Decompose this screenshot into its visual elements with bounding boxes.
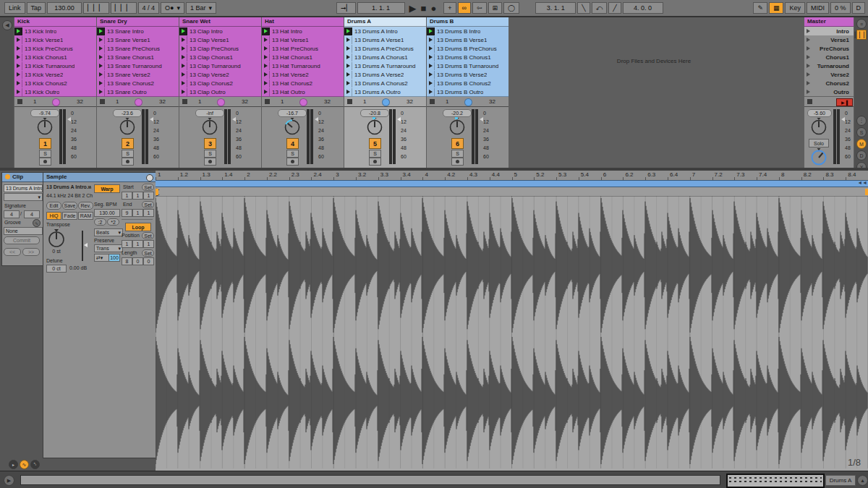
track-volume-value[interactable]: -inf: [195, 109, 224, 117]
clip-view-toggle-icon[interactable]: ▲: [857, 475, 868, 486]
clip-launch-button[interactable]: [427, 53, 435, 61]
clip-launch-button[interactable]: [344, 45, 352, 53]
hiq-toggle[interactable]: HiQ: [46, 212, 61, 220]
key-map-button[interactable]: Key: [785, 2, 805, 14]
preserve-menu[interactable]: Trans▾: [94, 244, 123, 252]
gain-slider-handle-icon[interactable]: [84, 243, 88, 247]
loop-toggle-sample[interactable]: Loop: [125, 223, 151, 231]
clip-launch-button[interactable]: [14, 27, 22, 35]
track-header[interactable]: Snare Dry: [97, 17, 179, 27]
punch-in-icon[interactable]: ╲: [577, 2, 590, 14]
arm-button[interactable]: [204, 158, 216, 166]
automation-arm-button[interactable]: ∞: [458, 2, 471, 14]
clip-slot[interactable]: 13 Hat Outro: [262, 87, 344, 97]
loop-toggle[interactable]: ⤺: [592, 2, 608, 14]
current-track-button[interactable]: Drums A: [825, 475, 856, 486]
pan-knob[interactable]: [200, 117, 219, 137]
clip-overview[interactable]: [726, 474, 825, 488]
new-button[interactable]: +: [443, 2, 456, 14]
solo-button[interactable]: S: [39, 150, 51, 158]
clip-launch-button[interactable]: [427, 71, 435, 79]
clip-launch-button[interactable]: [262, 45, 270, 53]
pan-knob[interactable]: [35, 117, 54, 137]
arm-button[interactable]: [451, 158, 464, 166]
signature-numerator-field[interactable]: 4: [4, 210, 20, 218]
length-bar-field[interactable]: 8: [122, 257, 132, 265]
fade-toggle[interactable]: Fade: [62, 212, 77, 220]
clip-stop-button[interactable]: [100, 99, 105, 104]
pan-knob[interactable]: [365, 117, 384, 137]
hot-swap-groove-icon[interactable]: ∿: [33, 219, 41, 227]
clip-color-menu[interactable]: ▾: [4, 193, 43, 201]
track-volume-value[interactable]: -20.8: [360, 109, 389, 117]
clip-launch-button[interactable]: [97, 36, 105, 44]
clip-launch-button[interactable]: [97, 27, 105, 35]
clip-launch-button[interactable]: [14, 53, 22, 61]
clip-launch-button[interactable]: [262, 36, 270, 44]
record-button[interactable]: ●: [430, 3, 436, 14]
re-enable-automation-button[interactable]: ⊞: [488, 2, 503, 14]
detune-field[interactable]: 0 ct: [46, 265, 67, 273]
track-header[interactable]: Hat: [262, 17, 344, 27]
end-bar-field[interactable]: 9: [122, 209, 132, 217]
scene-launch-button[interactable]: [804, 45, 812, 53]
clip-launch-button[interactable]: [427, 36, 435, 44]
scene-launch-button[interactable]: [804, 53, 812, 61]
start-bar-field[interactable]: 1: [122, 192, 132, 200]
envelopes-box-toggle-icon[interactable]: ⤣: [30, 460, 40, 469]
save-sample-button[interactable]: Save: [62, 202, 77, 210]
master-pan-knob[interactable]: [809, 117, 828, 137]
clip-launch-button[interactable]: [14, 36, 22, 44]
signature-denominator-field[interactable]: 4: [24, 210, 40, 218]
track-activator-button[interactable]: 5: [369, 138, 381, 149]
clip-stop-button[interactable]: [265, 99, 270, 104]
clip-stop-button[interactable]: [347, 99, 352, 104]
arm-button[interactable]: [286, 158, 299, 166]
loop-length-field[interactable]: 4. 0. 0: [623, 2, 663, 14]
arm-button[interactable]: [39, 158, 51, 166]
track-header[interactable]: Kick: [14, 17, 96, 27]
clip-launch-button[interactable]: [179, 27, 187, 35]
scene-launch-button[interactable]: [804, 71, 812, 79]
clip-launch-button[interactable]: [344, 88, 352, 96]
stop-button[interactable]: ■: [421, 3, 427, 14]
warp-mode-menu[interactable]: Beats▾: [94, 228, 123, 236]
arm-button[interactable]: [369, 158, 381, 166]
start-beat-field[interactable]: 1: [132, 192, 143, 200]
end-set-button[interactable]: Set: [142, 201, 154, 208]
play-button[interactable]: ▶: [409, 3, 417, 14]
time-signature-field[interactable]: 4 / 4: [138, 2, 160, 14]
double-tempo-button[interactable]: *2: [107, 218, 119, 226]
loop-start-field[interactable]: 3. 1. 1: [535, 2, 576, 14]
clip-launch-button[interactable]: [427, 45, 435, 53]
link-button[interactable]: Link: [4, 2, 25, 14]
track-header[interactable]: Drums A: [344, 17, 426, 27]
stop-all-clips-button[interactable]: [807, 99, 812, 104]
clip-launch-button[interactable]: [344, 36, 352, 44]
half-tempo-button[interactable]: :2: [94, 218, 106, 226]
status-message-field[interactable]: [20, 475, 720, 485]
clip-launch-button[interactable]: [97, 45, 105, 53]
clip-slot[interactable]: 13 Kick Outro: [14, 87, 96, 97]
clip-launch-button[interactable]: [179, 36, 187, 44]
clip-slot[interactable]: 13 Drums A Outro: [344, 87, 426, 97]
volume-slider-handle-icon[interactable]: [397, 117, 401, 121]
transpose-knob[interactable]: [47, 229, 66, 248]
clip-launch-button[interactable]: [262, 71, 270, 79]
clip-stop-button[interactable]: [17, 99, 22, 104]
beat-time-ruler[interactable]: 11.21.31.422.22.32.433.23.33.444.24.34.4…: [156, 171, 868, 181]
tap-tempo-button[interactable]: Tap: [27, 2, 46, 14]
back-to-arrangement-indicator[interactable]: ▶▐: [836, 98, 853, 106]
master-volume-value[interactable]: -5.60: [807, 109, 832, 117]
clip-launch-button[interactable]: [344, 71, 352, 79]
quantization-menu[interactable]: 1 Bar▾: [186, 2, 216, 14]
granularity-field[interactable]: 100: [109, 254, 120, 262]
start-marker-icon[interactable]: [156, 189, 158, 195]
clip-launch-button[interactable]: [427, 27, 435, 35]
pan-knob[interactable]: [118, 117, 137, 137]
volume-slider-handle-icon[interactable]: [315, 117, 318, 121]
clip-launch-button[interactable]: [14, 62, 22, 70]
position-sixteenth-field[interactable]: 1: [143, 240, 154, 248]
start-sixteenth-field[interactable]: 1: [143, 192, 154, 200]
tempo-field[interactable]: 130.00: [47, 2, 82, 14]
